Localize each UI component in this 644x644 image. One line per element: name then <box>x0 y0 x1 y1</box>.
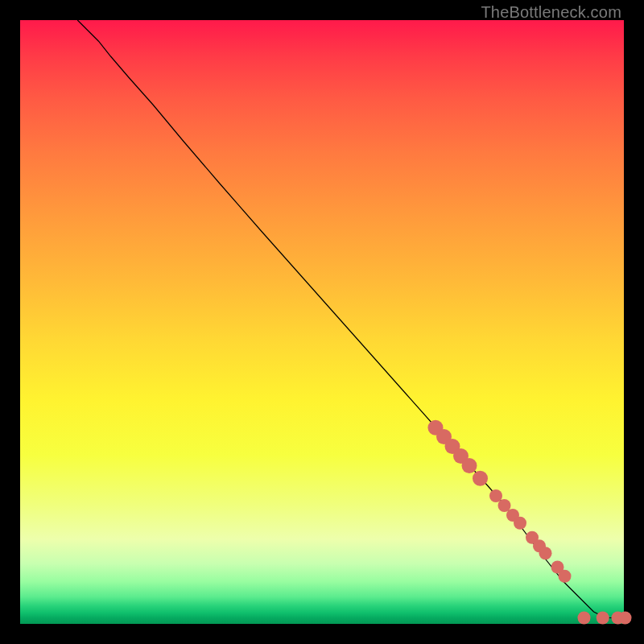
data-point <box>619 612 632 625</box>
scatter-markers <box>428 420 632 625</box>
plot-area <box>20 20 624 624</box>
data-point <box>597 612 609 625</box>
data-point <box>559 570 572 583</box>
watermark-label: TheBottleneck.com <box>481 3 621 22</box>
data-point <box>498 499 511 512</box>
data-point <box>473 471 488 486</box>
data-point <box>578 612 591 625</box>
data-point <box>539 547 552 559</box>
data-point <box>462 458 477 473</box>
data-point <box>489 489 502 502</box>
data-point <box>514 517 526 530</box>
main-curve <box>77 20 624 618</box>
chart-frame: TheBottleneck.com <box>0 0 644 644</box>
chart-overlay <box>20 20 624 624</box>
